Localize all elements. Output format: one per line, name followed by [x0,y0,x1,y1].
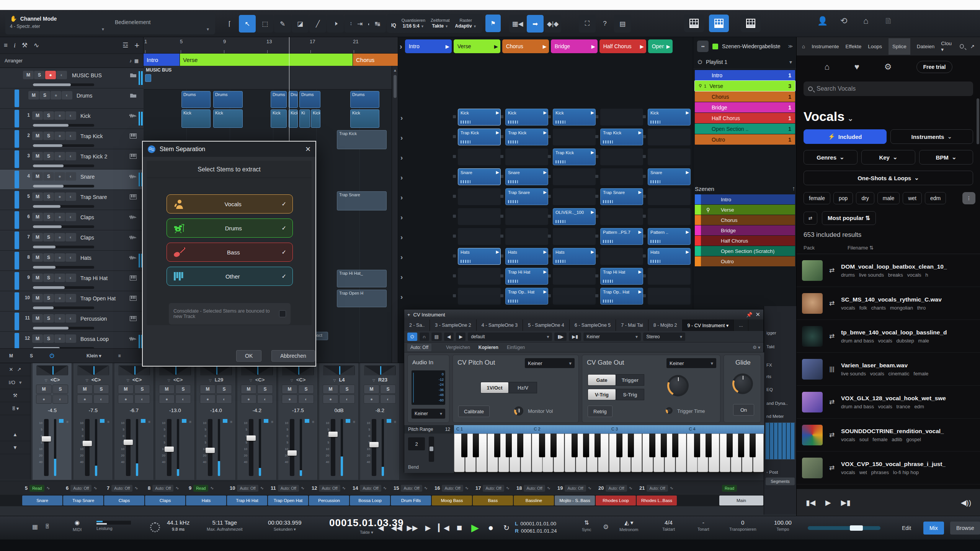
oneshots-loops-dropdown[interactable]: One-Shots & Loops ⌄ [804,171,973,185]
record-arm-button[interactable]: ● [54,213,65,221]
arrange-clip[interactable]: Drums [181,91,211,108]
control-dropdown[interactable]: Bedienelement ▼ [110,13,215,34]
raster-dropdown[interactable]: Raster Adaptiv ▼ [455,18,477,29]
dialog-titlebar[interactable]: Stem Separation ✕ [143,142,315,157]
clip-slot[interactable] [648,188,691,205]
black-key[interactable] [661,434,667,457]
black-key[interactable] [461,434,467,457]
more-tags-button[interactable]: ⋮ [962,192,975,204]
monitor-button[interactable]: ◐ [298,395,314,404]
output-dropdown[interactable]: Keiner▾ [583,333,641,341]
automation-mode-badge[interactable]: Auto: Off [360,485,381,492]
track-name[interactable]: Trap Kick [80,133,103,139]
channel-number-cell[interactable]: 9Read∿ [186,481,227,495]
io-dropdown[interactable]: I/O▾ [0,376,30,389]
row-launch-icon[interactable]: › [400,193,407,202]
clip-slot[interactable] [505,208,548,225]
mute-button[interactable]: M [241,385,256,394]
plugin-tab[interactable]: 9 - CV Instrument ▾ [683,320,734,331]
arrange-clip[interactable]: Drums [299,91,320,108]
black-key[interactable] [649,434,655,457]
prev-preset-button[interactable]: ◀ [444,333,454,341]
channel-number-cell[interactable]: 16Auto: Off∿ [431,481,472,495]
compare-button[interactable]: Vergleichen [446,345,470,350]
track-name[interactable]: Claps [80,214,94,220]
launcher-view-button[interactable] [709,15,729,32]
mute-button[interactable]: M [282,385,297,394]
auto-state-button[interactable]: Auto: Off [407,344,431,351]
launcher-clip[interactable]: Kick▶ [553,109,596,126]
channel-number-cell[interactable]: 11Auto: Off∿ [268,481,309,495]
record-arm-button[interactable]: ● [54,152,65,160]
glide-knob[interactable] [732,373,753,394]
section-launch-pill[interactable]: Open Se▶ [648,39,673,53]
playlist-row[interactable]: Chorus1 [695,91,795,102]
monitor-button[interactable]: ◐ [65,132,76,140]
help-button[interactable]: ? [596,15,613,33]
fader-value[interactable]: 0dB [319,408,359,413]
track-row[interactable]: 10MS●◐Trap Open Hat [0,291,144,311]
monitor-button[interactable]: ◐ [65,152,76,160]
playlist-selector[interactable]: ⏻ Playlist 1 ▾ [693,55,797,69]
audio-in-dropdown[interactable]: Keiner▾ [412,409,445,419]
mini-mixer-icon[interactable]: 🎚 [44,523,51,530]
automation-mode-badge[interactable]: Read [193,485,208,492]
gate-dest-dropdown[interactable]: Keiner▾ [666,358,716,368]
monitor-button[interactable]: ◐ [175,395,191,404]
launcher-clip[interactable]: Kick▶ [458,109,501,126]
wrench-icon[interactable]: ⚒ [22,41,28,49]
arrange-view-button[interactable] [684,15,704,32]
launcher-clip[interactable]: Kick▶ [648,109,691,126]
browser-tab-effekte[interactable]: Effekte [845,44,861,49]
pan-value[interactable]: R23 [378,377,387,383]
mute-button[interactable]: M [32,192,43,201]
clip-slot[interactable] [648,148,691,165]
row-launch-icon[interactable]: › [400,293,407,301]
launcher-clip[interactable]: Trap Hi Hat▶ [505,268,548,285]
included-filter-button[interactable]: ⚡Included [804,129,887,144]
plugin-tab[interactable]: 8 - Mojito 2 [648,320,683,331]
collapse-icon[interactable]: ≫ [788,44,793,49]
arrange-clip[interactable]: Trap Open H [337,290,387,307]
black-key[interactable] [550,434,557,457]
pan-value[interactable]: L29 [215,377,223,383]
more-tabs-button[interactable]: ... [734,320,748,331]
channel-name[interactable]: Mojito - S..Bass [555,496,595,505]
pan-value[interactable]: L4 [339,377,345,383]
clip-slot[interactable] [458,228,501,245]
fader-track[interactable] [372,419,376,476]
record-arm-button[interactable]: ● [54,253,65,262]
mute-button[interactable]: M [32,111,43,120]
close-icon[interactable]: ✕ [755,311,760,318]
launcher-clip[interactable]: Trap Op.. Hat▶ [600,288,643,305]
pan-control[interactable] [36,365,68,375]
heart-icon[interactable]: ♥ [854,62,859,72]
segments-button[interactable]: Segments [766,478,795,485]
record-arm-button[interactable]: ● [118,395,134,404]
tag-filter[interactable]: wet [903,192,922,204]
clip-slot[interactable] [600,168,643,185]
monitor-button[interactable]: ◐ [56,71,67,79]
launcher-clip[interactable]: Kick▶ [505,109,548,126]
solo-button[interactable]: S [39,91,50,99]
automation-mode-badge[interactable]: Auto: Off [152,485,173,492]
fader-track[interactable] [331,419,335,476]
mix-button[interactable]: Mix [923,522,944,535]
launcher-clip[interactable]: Trap Kick▶ [505,129,548,145]
arrange-clip[interactable]: Kick [271,109,287,128]
send-icon[interactable]: ▶▮ [569,333,581,341]
channel-name[interactable]: Main [719,496,763,505]
copy-button[interactable]: Kopieren [479,345,498,350]
playlist-row[interactable]: ⚲1Verse3 [695,81,795,91]
mute-button[interactable]: M [32,253,43,262]
monitor-button[interactable]: ◐ [65,111,76,120]
fader-track[interactable] [208,419,212,476]
black-key[interactable] [506,434,512,457]
main-channel-number-cell[interactable]: Read [719,481,764,495]
performance-meter[interactable]: Leistung [96,519,113,531]
monitor-button[interactable]: ◐ [380,395,396,404]
track-name[interactable]: Trap Kick 2 [80,153,107,160]
record-arm-button[interactable]: ● [77,395,93,404]
clip-slot[interactable] [553,228,596,245]
pan-value[interactable]: <C> [173,377,183,383]
